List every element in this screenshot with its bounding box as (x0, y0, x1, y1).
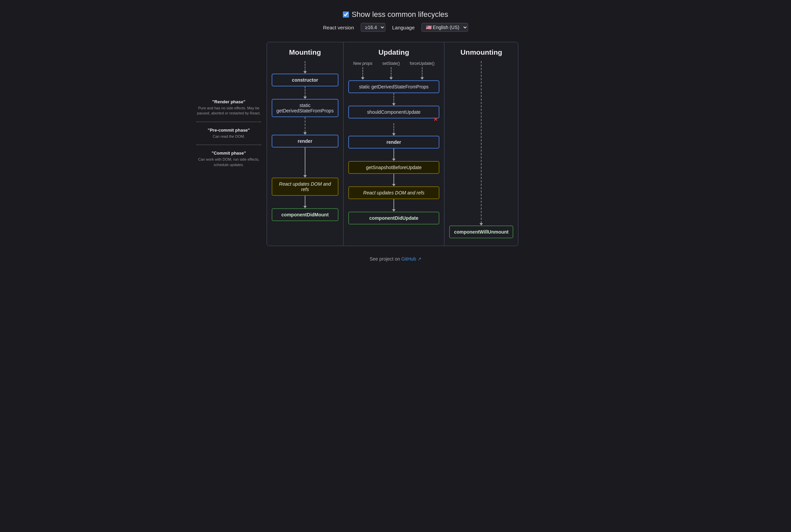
scu-false-indicator: ✕ (433, 116, 438, 122)
component-did-mount-node: componentDidMount (272, 208, 339, 221)
top-controls: Show less common lifecycles React versio… (323, 10, 468, 32)
language-select[interactable]: 🇺🇸 English (US) (422, 23, 468, 32)
show-less-toggle[interactable]: Show less common lifecycles (343, 10, 448, 19)
render-phase-desc: Pure and has no side effects. May be pau… (196, 106, 261, 116)
set-state-trigger: setState() (382, 61, 400, 80)
scu-block: shouldComponentUpdate ✕ (348, 106, 440, 118)
dots-divider-2 (196, 145, 261, 145)
new-props-trigger: New props (353, 61, 372, 80)
mounting-react-updates-node: React updates DOM and refs (272, 177, 339, 196)
triggers-row: New props setState() forceUpdate() (348, 61, 440, 80)
arrow-to-constructor (303, 61, 307, 74)
main-columns-border: Mounting constructor static getDerivedSt… (267, 42, 518, 246)
unmounting-column: Unmounting componentWillUnmount (444, 42, 518, 246)
react-version-label: React version (323, 25, 354, 31)
precommit-phase-annotation: "Pre-commit phase" Can read the DOM. (196, 128, 261, 139)
mounting-column: Mounting constructor static getDerivedSt… (267, 42, 344, 246)
commit-phase-annotation: "Commit phase" Can work with DOM, run si… (196, 151, 261, 167)
mounting-render-node: render (272, 135, 339, 148)
updating-get-derived-state-node: static getDerivedStateFromProps (348, 80, 440, 93)
arrow-to-component-did-update (392, 199, 396, 212)
arrow-after-render-mounting (303, 148, 307, 177)
commit-phase-desc: Can work with DOM, run side effects, sch… (196, 157, 261, 167)
precommit-phase-title: "Pre-commit phase" (208, 128, 250, 133)
component-will-unmount-node: componentWillUnmount (449, 226, 513, 238)
precommit-phase-desc: Can read the DOM. (213, 134, 245, 139)
arrow-after-snapshot (392, 174, 396, 186)
commit-phase-title: "Commit phase" (212, 151, 246, 156)
render-phase-annotation: "Render phase" Pure and has no side effe… (196, 99, 261, 116)
arrow-after-scu (392, 123, 396, 136)
side-annotations: "Render phase" Pure and has no side effe… (196, 42, 264, 167)
updating-column: Updating New props setState() (344, 42, 445, 246)
language-label: Language (392, 25, 415, 31)
should-component-update-node: shouldComponentUpdate (348, 106, 440, 118)
show-less-checkbox[interactable] (343, 12, 349, 18)
arrow-after-render-updating (392, 149, 396, 161)
arrow-after-derived-updating (392, 93, 396, 106)
arrow-after-constructor (303, 87, 307, 99)
controls-row: React version ≥16.4 Language 🇺🇸 English … (323, 23, 468, 32)
arrow-to-will-unmount (480, 61, 483, 226)
force-update-trigger: forceUpdate() (410, 61, 434, 80)
diagram-outer: "Render phase" Pure and has no side effe… (196, 42, 595, 246)
updating-react-updates-node: React updates DOM and refs (348, 186, 440, 199)
render-phase-title: "Render phase" (212, 99, 245, 104)
arrow-to-component-did-mount (303, 196, 307, 208)
unmounting-title: Unmounting (460, 48, 502, 56)
updating-title: Updating (379, 48, 409, 56)
dots-divider-1 (196, 121, 261, 122)
component-did-update-node: componentDidUpdate (348, 212, 440, 225)
footer-text: See project on (369, 256, 401, 262)
arrow-after-derived-state-mounting (303, 117, 307, 135)
github-link[interactable]: GitHub ↗ (401, 256, 421, 262)
mounting-get-derived-state-node: static getDerivedStateFromProps (272, 99, 339, 117)
get-snapshot-node: getSnapshotBeforeUpdate (348, 161, 440, 174)
footer: See project on GitHub ↗ (369, 256, 422, 262)
updating-render-node: render (348, 136, 440, 149)
show-less-label-text: Show less common lifecycles (352, 10, 448, 19)
mounting-title: Mounting (289, 48, 321, 56)
react-version-select[interactable]: ≥16.4 (361, 23, 385, 32)
constructor-node: constructor (272, 74, 339, 87)
